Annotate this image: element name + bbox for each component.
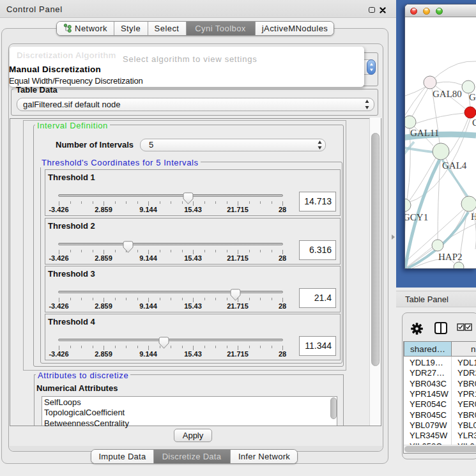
svg-text:H: H (471, 211, 476, 222)
svg-text:GCY1: GCY1 (405, 212, 428, 222)
svg-text:HAP2: HAP2 (438, 252, 463, 262)
svg-text:C: C (472, 118, 476, 128)
svg-text:GAL11: GAL11 (410, 128, 439, 138)
svg-text:GAL4: GAL4 (442, 160, 467, 171)
svg-text:GAL80: GAL80 (433, 89, 462, 99)
svg-text:G.: G. (469, 92, 476, 102)
